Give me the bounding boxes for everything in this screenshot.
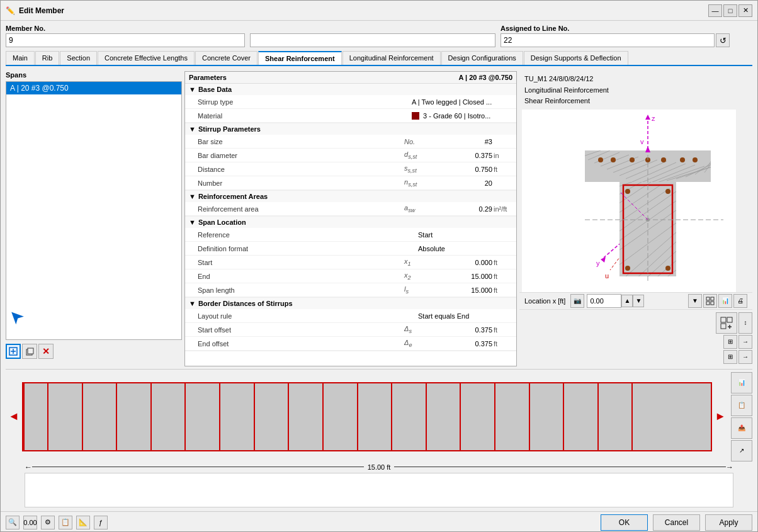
span-length-unit: ft	[494, 286, 512, 294]
tab-longitudinal-reinforcement[interactable]: Longitudinal Reinforcement	[342, 51, 441, 65]
spans-label: Spans	[6, 71, 182, 79]
number-toolbar-button[interactable]: 0.00	[23, 516, 37, 529]
beam-tool-4[interactable]: ↗	[731, 440, 752, 461]
bottom-toolbar: 🔍 0.00 ⚙ 📋 📐 ƒ OK Cancel Apply	[1, 511, 757, 532]
beam-tool-2[interactable]: 📋	[731, 395, 752, 416]
tool-btn-6[interactable]: →	[738, 350, 752, 364]
svg-rect-71	[711, 302, 714, 305]
reinforcement-areas-header[interactable]: ▼ Reinforcement Areas	[185, 191, 516, 202]
settings-toolbar-button[interactable]: ⚙	[41, 516, 55, 529]
tab-rib[interactable]: Rib	[35, 51, 60, 65]
middle-input[interactable]	[250, 33, 495, 47]
grid-view-button[interactable]	[703, 294, 717, 308]
dimension-value: 15.00 ft	[364, 463, 395, 471]
close-button[interactable]: ✕	[738, 4, 752, 17]
param-group-reinforcement-areas: ▼ Reinforcement Areas Reinforcement area…	[185, 191, 516, 217]
stirrup-params-label: Stirrup Parameters	[198, 125, 261, 133]
tool-btn-4[interactable]: →	[738, 335, 752, 349]
arrange-button[interactable]: ↕	[738, 312, 752, 334]
beam-tool-3[interactable]: 📤	[731, 417, 752, 439]
collapse-icon-3: ▼	[189, 193, 196, 200]
beam-view	[22, 382, 712, 451]
span-location-header[interactable]: ▼ Span Location	[185, 217, 516, 228]
tool-row-1: ↕	[522, 312, 752, 334]
border-distances-header[interactable]: ▼ Border Distances of Stirrups	[185, 298, 516, 309]
svg-point-51	[598, 157, 603, 162]
layout-rule-row: Layout rule Start equals End	[185, 309, 516, 323]
add-stirrup-button[interactable]	[6, 344, 21, 359]
tab-section[interactable]: Section	[60, 51, 97, 65]
reinforcement-area-row: Reinforcement area asw 0.29 in²/ft	[185, 202, 516, 216]
spans-list[interactable]: A | 20 #3 @0.750	[6, 81, 182, 340]
delete-stirrup-button[interactable]: ✕	[38, 344, 54, 359]
reinforcement-area-symbol: asw	[404, 204, 442, 213]
maximize-button[interactable]: □	[723, 4, 737, 17]
start-offset-value: 0.375	[442, 326, 492, 334]
dim-line-right	[394, 467, 726, 467]
function-toolbar-button[interactable]: ƒ	[94, 516, 108, 529]
distance-symbol: ss,st	[404, 164, 442, 174]
tab-shear-reinforcement[interactable]: Shear Reinforcement	[258, 51, 342, 65]
svg-rect-69	[711, 297, 714, 300]
end-symbol: x2	[404, 271, 442, 281]
print-button[interactable]: 🖨	[733, 294, 747, 308]
base-data-header[interactable]: ▼ Base Data	[185, 84, 516, 95]
svg-point-58	[625, 189, 630, 194]
cross-section-area: z y u	[522, 110, 750, 292]
tab-concrete-cover[interactable]: Concrete Cover	[195, 51, 257, 65]
cancel-button[interactable]: Cancel	[653, 514, 700, 531]
beam-tool-1[interactable]: 📊	[731, 372, 752, 393]
svg-point-60	[625, 266, 630, 271]
tab-concrete-effective-lengths[interactable]: Concrete Effective Lengths	[98, 51, 195, 65]
cross-section-svg: z y u	[522, 110, 736, 292]
svg-point-55	[661, 157, 666, 162]
member-number-label: Member No.	[6, 25, 245, 32]
bar-size-symbol: No.	[404, 138, 442, 145]
location-up-button[interactable]: ▲	[621, 295, 633, 307]
ok-button[interactable]: OK	[601, 514, 648, 531]
material-value: 3 - Grade 60 | Isotro...	[412, 112, 512, 120]
location-value-input[interactable]	[587, 294, 621, 308]
lower-display-area	[25, 473, 733, 507]
stirrup-params-header[interactable]: ▼ Stirrup Parameters	[185, 123, 516, 135]
definition-format-label: Definition format	[198, 245, 380, 252]
svg-point-52	[611, 157, 616, 162]
start-offset-unit: ft	[494, 326, 512, 334]
svg-rect-72	[721, 317, 726, 322]
grid-small-button[interactable]	[716, 312, 737, 334]
end-value: 15.000	[442, 273, 492, 280]
assigned-line-input[interactable]	[501, 33, 715, 47]
location-down-button[interactable]: ▼	[633, 295, 644, 307]
minimize-button[interactable]: —	[708, 4, 722, 17]
param-group-base-data: ▼ Base Data Stirrup type A | Two legged …	[185, 84, 516, 123]
bar-size-row: Bar size No. #3	[185, 135, 516, 149]
clipboard-toolbar-button[interactable]: 📋	[59, 516, 72, 529]
tab-design-configurations[interactable]: Design Configurations	[441, 51, 523, 65]
member-number-input[interactable]	[6, 33, 245, 47]
camera-button[interactable]: 📷	[570, 294, 584, 308]
tool-btn-5[interactable]: ⊞	[723, 350, 737, 364]
reinforcement-area-value: 0.29	[442, 205, 492, 213]
filter-icon[interactable]: ▼	[688, 294, 702, 308]
end-unit: ft	[494, 273, 512, 280]
span-item[interactable]: A | 20 #3 @0.750	[6, 82, 181, 94]
tool-btn-3[interactable]: ⊞	[723, 335, 737, 349]
apply-button[interactable]: Apply	[705, 514, 752, 531]
export-button[interactable]: 📊	[718, 294, 732, 308]
grid-icon	[706, 297, 715, 305]
window-title: Edit Member	[19, 6, 64, 15]
span-length-label: Span length	[198, 286, 404, 294]
start-offset-symbol: Δs	[404, 325, 442, 334]
refresh-button[interactable]: ↺	[716, 33, 730, 47]
tab-main[interactable]: Main	[6, 51, 35, 65]
copy-stirrup-button[interactable]	[22, 344, 37, 359]
title-bar-left: ✏️ Edit Member	[6, 6, 64, 15]
end-offset-unit: ft	[494, 340, 512, 348]
layout-rule-label: Layout rule	[198, 312, 380, 320]
tab-design-supports-deflection[interactable]: Design Supports & Deflection	[524, 51, 628, 65]
search-toolbar-button[interactable]: 🔍	[6, 516, 20, 529]
reference-label: Reference	[198, 231, 380, 239]
cs-line2: Shear Reinforcement	[524, 96, 747, 107]
ruler-toolbar-button[interactable]: 📐	[76, 516, 90, 529]
span-length-symbol: ls	[404, 285, 442, 295]
